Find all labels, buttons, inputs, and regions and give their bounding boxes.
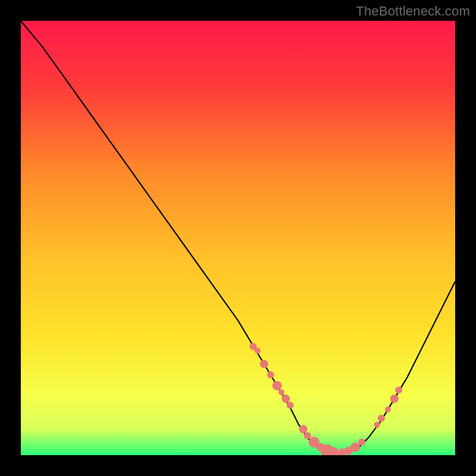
- marker-point: [267, 371, 274, 378]
- marker-point: [304, 432, 311, 439]
- marker-point: [281, 394, 290, 403]
- marker-point: [358, 439, 365, 446]
- marker-point: [390, 394, 399, 403]
- gradient-background: [21, 21, 455, 455]
- marker-point: [350, 443, 360, 452]
- marker-point: [287, 402, 294, 409]
- marker-point: [273, 381, 282, 390]
- marker-point: [378, 415, 385, 422]
- watermark-text: TheBottleneck.com: [356, 4, 470, 19]
- marker-point: [385, 406, 391, 412]
- plot-area: [21, 21, 455, 455]
- marker-point: [260, 360, 268, 368]
- marker-point: [255, 348, 261, 354]
- marker-point: [278, 389, 284, 395]
- chart-svg: [21, 21, 455, 455]
- marker-point: [374, 422, 380, 428]
- chart-frame: TheBottleneck.com: [0, 0, 476, 476]
- marker-point: [395, 387, 402, 394]
- marker-point: [299, 425, 308, 433]
